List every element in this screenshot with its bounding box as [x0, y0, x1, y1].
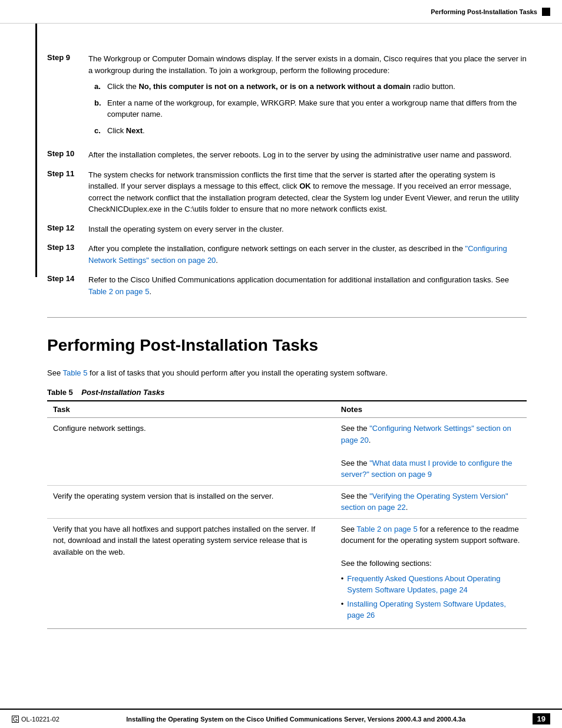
step-13-label: Step 13: [47, 243, 88, 252]
step-14-link[interactable]: Table 2 on page 5: [88, 287, 149, 296]
step-9b-content: Enter a name of the workgroup, for examp…: [107, 97, 527, 120]
what-data-link[interactable]: "What data must I provide to configure t…: [341, 459, 513, 479]
step-13-content: After you complete the installation, con…: [88, 243, 527, 266]
footer-left: G OL-10221-02: [12, 716, 59, 723]
step-12-content: Install the operating system on every se…: [88, 223, 527, 235]
step-9-text: The Workgroup or Computer Domain windows…: [88, 54, 527, 75]
step-12-row: Step 12 Install the operating system on …: [47, 223, 527, 235]
table-row: Verify that you have all hotfixes and su…: [47, 518, 527, 628]
step-9-content: The Workgroup or Computer Domain windows…: [88, 53, 527, 141]
step-9a-bold: No, this computer is not on a network, o…: [138, 82, 411, 91]
task-cell-3: Verify that you have all hotfixes and su…: [47, 518, 335, 628]
post-installation-table: Task Notes Configure network settings. S…: [47, 400, 527, 629]
notes-3-p1: See Table 2 on page 5 for a reference to…: [341, 523, 521, 546]
step-9c-next-bold: Next: [126, 126, 143, 135]
table-row: Configure network settings. See the "Con…: [47, 418, 527, 486]
step-11-ok-bold: OK: [299, 182, 311, 190]
task-cell-2: Verify the operating system version that…: [47, 485, 335, 518]
faq-link[interactable]: Frequently Asked Questions About Operati…: [347, 573, 521, 596]
step-9a-row: a. Click the No, this computer is not on…: [94, 81, 527, 93]
col-task-header: Task: [47, 401, 335, 418]
step-9b-label: b.: [94, 97, 107, 109]
installing-os-link[interactable]: Installing Operating System Software Upd…: [347, 598, 521, 621]
table-header-row: Task Notes: [47, 401, 527, 418]
step-9c-label: c.: [94, 125, 107, 137]
task-cell-1: Configure network settings.: [47, 418, 335, 486]
footer-center-text: Installing the Operating System on the C…: [59, 716, 533, 723]
verify-os-link[interactable]: "Verifying the Operating System Version"…: [341, 492, 508, 512]
step-9b-row: b. Enter a name of the workgroup, for ex…: [94, 97, 527, 120]
step-9c-row: c. Click Next.: [94, 125, 527, 137]
section-heading: Performing Post-Installation Tasks: [47, 335, 527, 355]
step-12-label: Step 12: [47, 223, 88, 232]
step-14-row: Step 14 Refer to the Cisco Unified Commu…: [47, 274, 527, 297]
step-11-content: The system checks for network transmissi…: [88, 169, 527, 215]
notes-1-p1: See the "Configuring Network Settings" s…: [341, 423, 521, 446]
notes-cell-3: See Table 2 on page 5 for a reference to…: [335, 518, 527, 628]
step-9a-label: a.: [94, 81, 107, 93]
step-9-sub-steps: a. Click the No, this computer is not on…: [94, 81, 527, 136]
table5-intro-link[interactable]: Table 5: [63, 368, 88, 377]
col-notes-header: Notes: [335, 401, 527, 418]
table2-link[interactable]: Table 2 on page 5: [356, 525, 417, 533]
notes-1-p2: See the "What data must I provide to con…: [341, 457, 521, 480]
table-row: Verify the operating system version that…: [47, 485, 527, 518]
list-item: Frequently Asked Questions About Operati…: [341, 573, 521, 596]
config-network-link-1[interactable]: "Configuring Network Settings" section o…: [341, 424, 511, 444]
step-13-link[interactable]: "Configuring Network Settings" section o…: [88, 244, 507, 265]
notes-cell-1: See the "Configuring Network Settings" s…: [335, 418, 527, 486]
step-10-row: Step 10 After the installation completes…: [47, 149, 527, 161]
step-14-content: Refer to the Cisco Unified Communication…: [88, 274, 527, 297]
steps-section: Step 9 The Workgroup or Computer Domain …: [47, 35, 527, 318]
step-11-row: Step 11 The system checks for network tr…: [47, 169, 527, 215]
doc-number: OL-10221-02: [21, 716, 59, 723]
step-9c-content: Click Next.: [107, 125, 527, 137]
page-footer: G OL-10221-02 Installing the Operating S…: [0, 709, 562, 728]
notes-cell-2: See the "Verifying the Operating System …: [335, 485, 527, 518]
notes-3-p2: See the following sections:: [341, 558, 521, 569]
step-10-label: Step 10: [47, 149, 88, 158]
step-14-label: Step 14: [47, 274, 88, 283]
page-container: Performing Post-Installation Tasks Step …: [0, 0, 562, 728]
header-black-box-icon: [542, 8, 550, 16]
step-13-row: Step 13 After you complete the installat…: [47, 243, 527, 266]
left-vertical-bar: [35, 24, 37, 277]
g-icon: G: [12, 716, 19, 723]
header-bar: Performing Post-Installation Tasks: [0, 0, 562, 24]
table-caption-label: Post-Installation Tasks: [81, 388, 164, 397]
table-num: Table 5: [47, 388, 73, 397]
step-11-label: Step 11: [47, 169, 88, 178]
step-9a-content: Click the No, this computer is not on a …: [107, 81, 527, 93]
header-title: Performing Post-Installation Tasks: [431, 8, 537, 15]
section-intro: See Table 5 for a list of tasks that you…: [47, 367, 527, 379]
main-content: Step 9 The Workgroup or Computer Domain …: [0, 24, 562, 641]
table-caption: Table 5 Post-Installation Tasks: [47, 388, 527, 397]
list-item: Installing Operating System Software Upd…: [341, 598, 521, 621]
page-number: 19: [533, 713, 550, 724]
step-9-row: Step 9 The Workgroup or Computer Domain …: [47, 53, 527, 141]
notes-2-p1: See the "Verifying the Operating System …: [341, 490, 521, 513]
step-9-label: Step 9: [47, 53, 88, 62]
step-10-content: After the installation completes, the se…: [88, 149, 527, 161]
notes-3-bullet-list: Frequently Asked Questions About Operati…: [341, 573, 521, 621]
